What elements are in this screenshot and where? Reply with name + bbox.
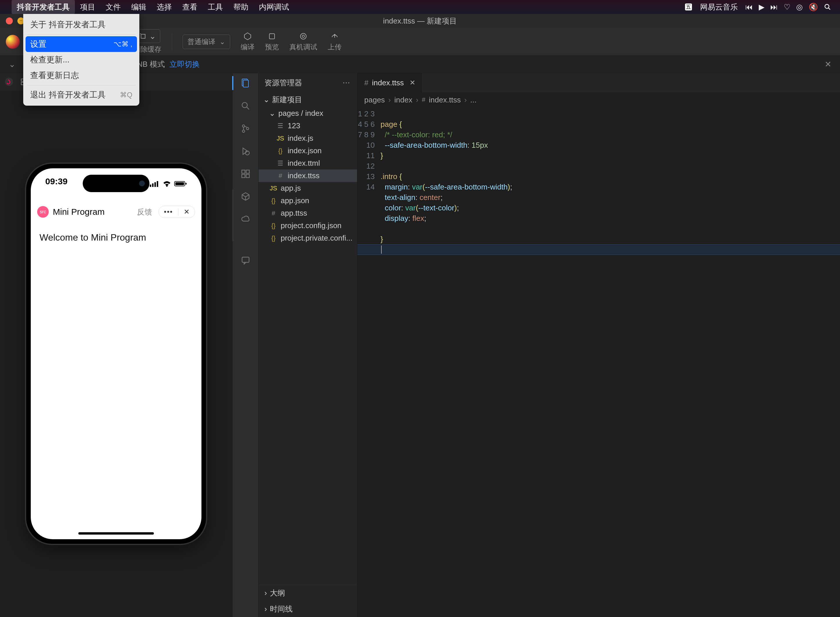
file-item[interactable]: {}project.config.json: [258, 219, 357, 232]
editor-tabs: # index.ttss ✕: [357, 73, 840, 92]
package-tab-icon[interactable]: [241, 192, 251, 201]
comment-tab-icon[interactable]: [241, 255, 251, 265]
svg-point-19: [166, 186, 168, 187]
extensions-tab-icon[interactable]: [241, 169, 251, 179]
file-item[interactable]: ☰123: [258, 120, 357, 132]
project-root[interactable]: ⌄ 新建项目: [258, 92, 357, 107]
next-track-icon[interactable]: ⏭: [770, 3, 778, 12]
close-miniapp-icon[interactable]: ✕: [184, 208, 189, 216]
code-editor: # index.ttss ✕ pages› index› # index.tts…: [357, 73, 840, 617]
shortcut-label: ⌥⌘ ,: [114, 40, 132, 48]
compile-button[interactable]: 编译: [241, 32, 255, 52]
svg-rect-33: [246, 174, 249, 178]
search-icon[interactable]: [824, 3, 831, 11]
file-item[interactable]: ☰index.ttml: [258, 157, 357, 170]
menu-project[interactable]: 项目: [75, 0, 100, 14]
code-area[interactable]: 1 2 3 4 5 6 7 8 9 10 11 12 13 14 page { …: [357, 108, 840, 617]
search-tab-icon[interactable]: [241, 101, 251, 111]
svg-rect-21: [175, 182, 184, 185]
svg-rect-6: [269, 34, 275, 39]
json-file-icon: {}: [269, 235, 278, 242]
target-icon[interactable]: ◎: [796, 3, 803, 12]
current-line-highlight: [357, 244, 840, 255]
simulator-panel: → 09:39: [0, 73, 232, 617]
file-item[interactable]: {}project.private.confi...: [258, 232, 357, 244]
remote-debug-button[interactable]: 真机调试: [289, 32, 317, 52]
douyin-logo-icon[interactable]: [4, 77, 13, 86]
user-avatar[interactable]: [6, 35, 20, 49]
chevron-down-icon: ⌄: [263, 95, 270, 104]
compile-mode-select[interactable]: 普通编译⌄: [183, 34, 230, 49]
menu-view[interactable]: 查看: [177, 0, 202, 14]
menu-edit[interactable]: 编辑: [126, 0, 152, 14]
close-icon[interactable]: ✕: [825, 59, 831, 69]
menu-help[interactable]: 帮助: [228, 0, 254, 14]
menu-tools[interactable]: 工具: [202, 0, 228, 14]
svg-rect-35: [242, 257, 249, 262]
menu-file[interactable]: 文件: [100, 0, 126, 14]
file-item[interactable]: #app.ttss: [258, 207, 357, 219]
chevron-right-icon: ›: [264, 589, 267, 598]
svg-rect-16: [152, 183, 154, 187]
switch-mode-link[interactable]: 立即切换: [170, 59, 200, 69]
close-window-button[interactable]: [6, 18, 13, 24]
json-file-icon: {}: [269, 197, 278, 205]
sound-off-icon[interactable]: 🔇: [809, 3, 818, 12]
preview-button[interactable]: 预览: [265, 32, 279, 52]
check-update-menu-item[interactable]: 检查更新...: [23, 52, 139, 68]
home-indicator[interactable]: [78, 532, 154, 534]
cursor: [381, 245, 382, 254]
phone-notch: [83, 175, 149, 192]
chevron-down-icon: ⌄: [220, 38, 225, 46]
file-item[interactable]: {}app.json: [258, 195, 357, 207]
netease-music-label[interactable]: 网易云音乐: [700, 2, 738, 12]
heart-icon[interactable]: ♡: [784, 3, 790, 12]
js-file-icon: JS: [276, 135, 285, 142]
menu-select[interactable]: 选择: [152, 0, 177, 14]
menu-intranet-debug[interactable]: 内网调试: [254, 0, 294, 14]
cloud-tab-icon[interactable]: [241, 214, 251, 224]
close-tab-icon[interactable]: ✕: [410, 79, 415, 87]
svg-rect-32: [242, 174, 245, 178]
svg-point-28: [242, 130, 245, 132]
explorer-tab-icon[interactable]: [240, 78, 251, 88]
outline-section[interactable]: ›大纲: [258, 585, 357, 601]
js-file-icon: JS: [269, 185, 278, 192]
miniapp-header: src Mini Program 反馈 ••• ✕: [31, 200, 201, 223]
more-icon[interactable]: •••: [164, 208, 173, 216]
play-icon[interactable]: ▶: [759, 3, 765, 12]
debug-tab-icon[interactable]: [241, 146, 251, 156]
view-update-log-menu-item[interactable]: 查看更新日志: [23, 68, 139, 83]
prev-track-icon[interactable]: ⏮: [746, 3, 753, 12]
editor-tab-active[interactable]: # index.ttss ✕: [357, 73, 422, 92]
upload-button[interactable]: 上传: [328, 32, 342, 52]
more-actions-icon[interactable]: ⋯: [342, 78, 351, 87]
settings-menu-item[interactable]: 设置⌥⌘ ,: [25, 36, 137, 52]
app-menu[interactable]: 抖音开发者工具: [12, 0, 75, 14]
source-control-tab-icon[interactable]: [241, 124, 251, 133]
about-menu-item[interactable]: 关于 抖音开发者工具: [23, 17, 139, 32]
timeline-section[interactable]: ›时间线: [258, 601, 357, 617]
svg-rect-22: [186, 183, 187, 185]
input-method-icon[interactable]: 五: [684, 3, 692, 11]
chevron-down-icon[interactable]: ⌄: [9, 59, 15, 69]
folder-item[interactable]: ⌄ pages / index: [258, 107, 357, 120]
file-item[interactable]: {}index.json: [258, 145, 357, 157]
ttss-file-icon: #: [269, 210, 278, 217]
text-file-icon: ☰: [276, 122, 285, 130]
editor-breadcrumb[interactable]: pages› index› # index.ttss› ...: [357, 92, 840, 108]
toolbar-separator: [172, 34, 172, 50]
ttml-file-icon: ☰: [276, 159, 285, 167]
wifi-icon: [162, 180, 171, 187]
feedback-link[interactable]: 反馈: [137, 207, 152, 217]
file-item[interactable]: JSindex.js: [258, 132, 357, 145]
code-content[interactable]: page { /* --text-color: red; */ --safe-a…: [381, 108, 840, 617]
quit-menu-item[interactable]: 退出 抖音开发者工具⌘Q: [23, 87, 139, 103]
file-item-active[interactable]: #index.ttss: [258, 170, 357, 182]
file-item[interactable]: JSapp.js: [258, 182, 357, 195]
svg-line-26: [247, 107, 249, 109]
svg-point-9: [5, 78, 13, 86]
ttss-file-icon: #: [364, 78, 368, 87]
miniapp-icon: src: [37, 206, 49, 218]
phone-screen[interactable]: 09:39 src: [31, 168, 201, 539]
